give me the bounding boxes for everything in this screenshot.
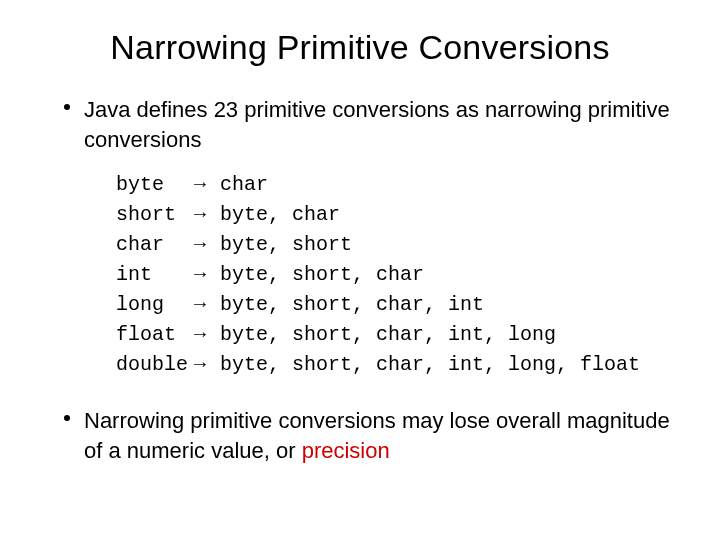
bullet-item: Narrowing primitive conversions may lose… <box>64 406 680 465</box>
conversion-from: float <box>116 320 194 350</box>
conversion-row: int → byte, short, char <box>116 260 680 290</box>
arrow-icon: → <box>194 170 220 200</box>
conversion-to: byte, short, char, int <box>220 290 484 320</box>
arrow-icon: → <box>194 350 220 380</box>
conversion-from: char <box>116 230 194 260</box>
conversion-from: double <box>116 350 194 380</box>
conversion-from: int <box>116 260 194 290</box>
bullet-dot-icon <box>64 104 70 110</box>
slide: Narrowing Primitive Conversions Java def… <box>0 0 720 540</box>
conversion-to: byte, short, char, int, long, float <box>220 350 640 380</box>
conversion-to: byte, short <box>220 230 352 260</box>
arrow-icon: → <box>194 290 220 320</box>
bullet-text: Java defines 23 primitive conversions as… <box>84 95 680 154</box>
conversion-to: byte, short, char <box>220 260 424 290</box>
bullet-item: Java defines 23 primitive conversions as… <box>64 95 680 154</box>
bullet-text: Narrowing primitive conversions may lose… <box>84 406 680 465</box>
arrow-icon: → <box>194 230 220 260</box>
slide-title: Narrowing Primitive Conversions <box>40 28 680 67</box>
conversion-from: short <box>116 200 194 230</box>
conversion-row: long → byte, short, char, int <box>116 290 680 320</box>
bullet-text-highlight: precision <box>302 438 390 463</box>
conversion-to: byte, short, char, int, long <box>220 320 556 350</box>
bullet-dot-icon <box>64 415 70 421</box>
conversion-row: double → byte, short, char, int, long, f… <box>116 350 680 380</box>
conversion-table: byte → char short → byte, char char → by… <box>116 170 680 380</box>
arrow-icon: → <box>194 320 220 350</box>
conversion-row: byte → char <box>116 170 680 200</box>
conversion-from: long <box>116 290 194 320</box>
conversion-row: char → byte, short <box>116 230 680 260</box>
arrow-icon: → <box>194 200 220 230</box>
conversion-to: char <box>220 170 268 200</box>
arrow-icon: → <box>194 260 220 290</box>
conversion-from: byte <box>116 170 194 200</box>
conversion-to: byte, char <box>220 200 340 230</box>
conversion-row: short → byte, char <box>116 200 680 230</box>
conversion-row: float → byte, short, char, int, long <box>116 320 680 350</box>
